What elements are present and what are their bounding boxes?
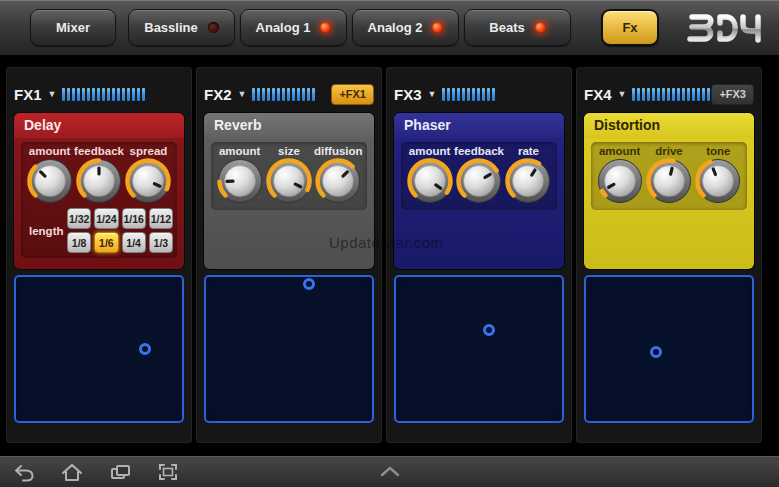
meter-bar [492,88,495,101]
fx-selector-fx2[interactable]: FX2▼ [204,86,246,103]
knob-feedback[interactable] [454,157,503,205]
fx-header: FX4▼+FX3 [584,81,754,107]
knob-labels: amountfeedbackspread [25,145,173,157]
meter-bar [687,88,690,101]
knob-label-spread: spread [124,145,173,157]
knob-tone[interactable] [694,157,743,205]
meter-bar [122,88,125,101]
xy-pad-marker[interactable] [483,324,495,336]
led-on-icon [535,22,546,33]
knob-drive[interactable] [644,157,693,205]
length-option-1-6[interactable]: 1/6 [94,232,118,253]
knob-rate[interactable] [504,157,553,205]
effect-title: Reverb [204,113,374,138]
chevron-up-icon[interactable] [379,463,401,481]
meter-bar [452,88,455,101]
fx-header: FX1▼ [14,81,184,107]
topbar-button-label: Analog 1 [256,20,311,35]
meter-bar [662,88,665,101]
length-option-1-3[interactable]: 1/3 [149,232,173,253]
knob-amount[interactable] [215,157,264,205]
topbar-button-mixer[interactable]: Mixer [30,9,116,46]
fx-label: FX2 [204,86,232,103]
meter-bar [477,88,480,101]
meter-bar [457,88,460,101]
meter-bar [287,88,290,101]
knob-spread[interactable] [124,157,173,205]
xy-pad-fx3[interactable] [394,275,564,423]
led-on-icon [320,22,331,33]
level-meter [252,88,315,101]
xy-pad-fx2[interactable] [204,275,374,423]
topbar-button-label: Fx [622,20,637,35]
length-option-1-24[interactable]: 1/24 [94,208,118,229]
level-meter [632,88,710,101]
knob-amount[interactable] [405,157,454,205]
meter-bar [467,88,470,101]
fx-label: FX3 [394,86,422,103]
knob-label-drive: drive [644,145,693,157]
topbar-button-analog-2[interactable]: Analog 2 [352,9,459,46]
knob-diffusion[interactable] [314,157,363,205]
length-option-1-32[interactable]: 1/32 [67,208,91,229]
meter-bar [447,88,450,101]
meter-bar [62,88,65,101]
topbar-button-analog-1[interactable]: Analog 1 [240,9,347,46]
knob-label-feedback: feedback [454,145,504,157]
meter-bar [652,88,655,101]
level-meter [62,88,145,101]
knob-label-amount: amount [595,145,644,157]
xy-pad-fx1[interactable] [14,275,184,423]
home-icon[interactable] [60,461,84,483]
meter-bar [632,88,635,101]
fx-label: FX4 [584,86,612,103]
topbar-button-label: Bassline [144,20,197,35]
effect-panel-phaser: Phaseramountfeedbackrate [394,113,564,269]
chevron-down-icon: ▼ [428,90,437,99]
chain-badge-+fx1[interactable]: +FX1 [331,84,374,105]
fx-selector-fx3[interactable]: FX3▼ [394,86,436,103]
length-option-1-4[interactable]: 1/4 [122,232,146,253]
knob-labels: amountdrivetone [595,145,743,157]
xy-pad-marker[interactable] [650,346,662,358]
meter-bar [107,88,110,101]
knob-label-rate: rate [504,145,553,157]
topbar-button-bassline[interactable]: Bassline [128,9,235,46]
knob-feedback[interactable] [74,157,123,205]
chain-badge-+fx3[interactable]: +FX3 [711,84,754,105]
xy-pad-fx4[interactable] [584,275,754,423]
meter-bar [102,88,105,101]
level-meter [442,88,495,101]
effect-title: Delay [14,113,184,138]
knob-amount[interactable] [595,157,644,205]
topbar-button-beats[interactable]: Beats [464,9,571,46]
meter-bar [667,88,670,101]
length-option-1-12[interactable]: 1/12 [149,208,173,229]
knob-amount[interactable] [25,157,74,205]
fx-selector-fx4[interactable]: FX4▼ [584,86,626,103]
knob-label-amount: amount [215,145,264,157]
knob-label-amount: amount [25,145,74,157]
recent-apps-icon[interactable] [108,461,132,483]
knob-label-diffusion: diffusion [314,145,363,157]
length-options: 1/321/241/161/121/81/61/41/3 [67,208,173,253]
meter-bar [697,88,700,101]
fx-selector-fx1[interactable]: FX1▼ [14,86,56,103]
meter-bar [657,88,660,101]
meter-bar [707,88,710,101]
xy-pad-marker[interactable] [303,278,315,290]
length-option-1-8[interactable]: 1/8 [67,232,91,253]
knob-size[interactable] [264,157,313,205]
topbar-button-fx[interactable]: Fx [601,9,659,46]
back-icon[interactable] [12,461,36,483]
meter-bar [272,88,275,101]
length-option-1-16[interactable]: 1/16 [122,208,146,229]
meter-bar [262,88,265,101]
knob-row [215,157,363,205]
screenshot-icon[interactable] [156,461,180,483]
meter-bar [312,88,315,101]
meter-bar [307,88,310,101]
xy-pad-marker[interactable] [139,343,151,355]
fx-column-fx4: FX4▼+FX3Distortionamountdrivetone [576,67,762,443]
fx-label: FX1 [14,86,42,103]
